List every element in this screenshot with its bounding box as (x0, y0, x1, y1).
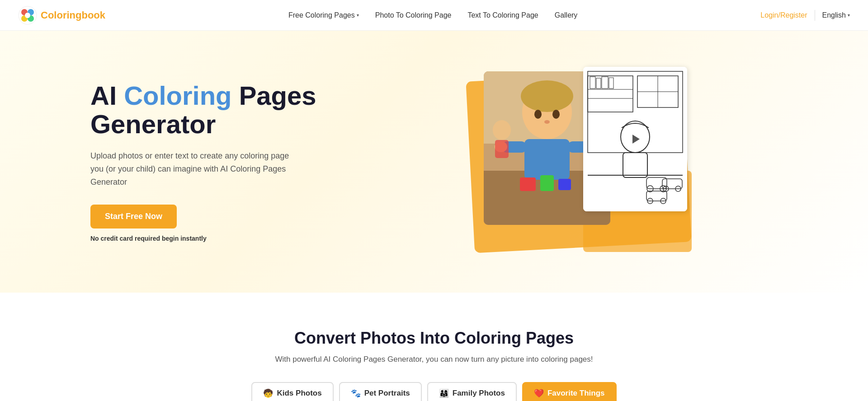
svg-point-13 (544, 120, 550, 124)
svg-rect-23 (495, 140, 509, 158)
logo[interactable]: Coloringbook (18, 6, 105, 25)
svg-point-10 (521, 80, 573, 112)
tab-pet-portraits[interactable]: 🐾 Pet Portraits (339, 382, 422, 401)
kids-icon: 🧒 (263, 388, 273, 398)
hero-title: AI Coloring PagesGenerator (90, 81, 344, 139)
hero-visual (344, 58, 814, 266)
play-button[interactable] (624, 128, 646, 150)
svg-rect-20 (540, 175, 554, 191)
svg-point-5 (25, 13, 30, 18)
login-register-link[interactable]: Login/Register (760, 11, 807, 19)
tab-kids-photos[interactable]: 🧒 Kids Photos (251, 382, 333, 401)
navbar: Coloringbook Free Coloring Pages ▾ Photo… (0, 0, 868, 31)
tab-favorite-things[interactable]: ❤️ Favorite Things (522, 382, 617, 401)
pet-icon: 🐾 (351, 388, 361, 398)
play-icon (632, 135, 640, 144)
nav-links: Free Coloring Pages ▾ Photo To Coloring … (288, 11, 577, 19)
chevron-down-icon: ▾ (357, 13, 359, 18)
convert-title: Convert Photos Into Coloring Pages (18, 329, 850, 348)
logo-text: Coloringbook (41, 9, 105, 21)
no-credit-card-note: No credit card required begin instantly (90, 235, 344, 242)
nav-divider (815, 10, 815, 21)
start-free-button[interactable]: Start Free Now (90, 205, 177, 228)
svg-rect-14 (524, 139, 570, 180)
tab-family-photos[interactable]: 👨‍👩‍👧 Family Photos (427, 382, 517, 401)
nav-right: Login/Register English ▾ (760, 10, 850, 21)
convert-section: Convert Photos Into Coloring Pages With … (0, 293, 868, 401)
tab-buttons: 🧒 Kids Photos 🐾 Pet Portraits 👨‍👩‍👧 Fami… (18, 382, 850, 401)
language-selector[interactable]: English ▾ (822, 11, 850, 19)
logo-icon (18, 6, 37, 25)
hero-coloring-page (583, 67, 687, 211)
svg-rect-21 (558, 179, 571, 190)
hero-image-container (484, 67, 674, 256)
hero-subtitle: Upload photos or enter text to create an… (90, 149, 298, 188)
chevron-down-icon: ▾ (848, 13, 850, 18)
family-icon: 👨‍👩‍👧 (439, 388, 449, 398)
hero-title-coloring: Coloring (124, 81, 231, 110)
nav-photo-to-coloring[interactable]: Photo To Coloring Page (375, 11, 452, 19)
svg-point-22 (493, 120, 511, 140)
hero-section: AI Coloring PagesGenerator Upload photos… (0, 31, 868, 293)
hero-title-ai: AI (90, 81, 124, 110)
nav-gallery[interactable]: Gallery (555, 11, 578, 19)
svg-point-12 (552, 110, 560, 119)
convert-subtitle: With powerful AI Coloring Pages Generato… (18, 355, 850, 364)
svg-rect-19 (520, 177, 536, 191)
hero-content: AI Coloring PagesGenerator Upload photos… (90, 81, 344, 242)
nav-text-to-coloring[interactable]: Text To Coloring Page (467, 11, 538, 19)
heart-icon: ❤️ (534, 388, 544, 398)
svg-point-11 (534, 110, 542, 119)
nav-free-coloring[interactable]: Free Coloring Pages ▾ (288, 11, 359, 19)
